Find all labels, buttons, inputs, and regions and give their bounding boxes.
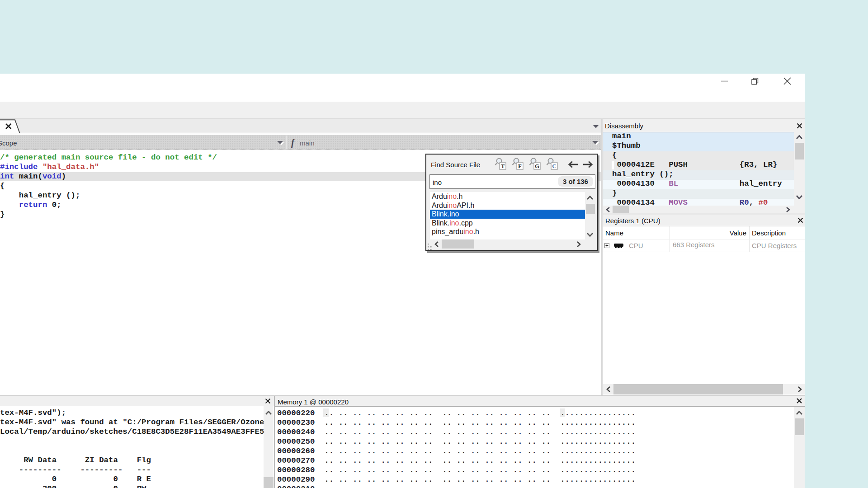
svg-text:G: G — [535, 163, 539, 169]
svg-text:C: C — [552, 163, 556, 169]
svg-text:F: F — [518, 163, 522, 169]
svg-text:T: T — [501, 163, 505, 169]
